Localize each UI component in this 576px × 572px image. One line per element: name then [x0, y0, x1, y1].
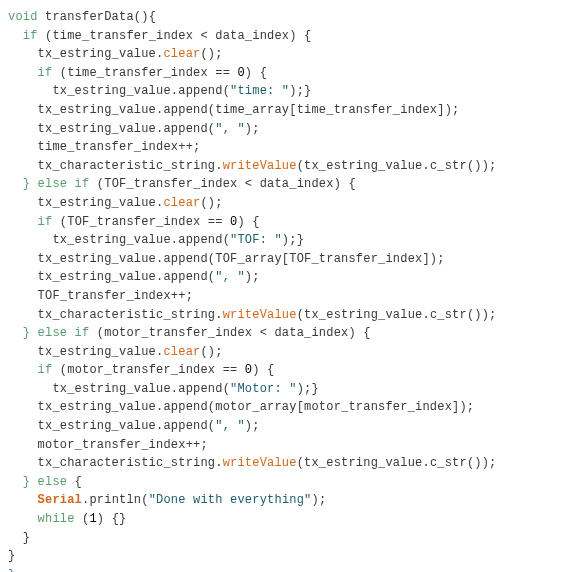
text: (TOF_transfer_index < data_index) { — [89, 177, 355, 191]
text: ) { — [237, 215, 259, 229]
text: );} — [282, 233, 304, 247]
text: (time_transfer_index == — [52, 66, 237, 80]
text: tx_estring_value.append( — [8, 419, 215, 433]
cursor-brace: } — [8, 568, 15, 572]
string-literal: "Done with everything" — [149, 493, 312, 507]
keyword-elseif: } else if — [8, 326, 89, 340]
text: (TOF_transfer_index == — [52, 215, 230, 229]
method-writeValue: writeValue — [223, 308, 297, 322]
text: tx_estring_value. — [8, 345, 163, 359]
number-literal: 0 — [237, 66, 244, 80]
string-literal: "time: " — [230, 84, 289, 98]
keyword-while: while — [8, 512, 75, 526]
text: (); — [200, 47, 222, 61]
text: TOF_transfer_index++; — [8, 289, 193, 303]
text: tx_estring_value. — [8, 196, 163, 210]
text: } — [8, 531, 30, 545]
text: ( — [75, 512, 90, 526]
method-clear: clear — [163, 196, 200, 210]
keyword-elseif: } else if — [8, 177, 89, 191]
text: tx_estring_value.append(TOF_array[TOF_tr… — [8, 252, 445, 266]
serial-object: Serial — [38, 493, 82, 507]
text: time_transfer_index++; — [8, 140, 200, 154]
text: tx_estring_value.append( — [8, 84, 230, 98]
text: (tx_estring_value.c_str()); — [297, 308, 497, 322]
keyword-if: if — [8, 363, 52, 377]
text: tx_estring_value.append( — [8, 233, 230, 247]
text: ) { — [252, 363, 274, 377]
text: ); — [245, 122, 260, 136]
method-clear: clear — [163, 345, 200, 359]
text: (); — [200, 345, 222, 359]
text: ) { — [245, 66, 267, 80]
text: tx_estring_value.append( — [8, 122, 215, 136]
string-literal: ", " — [215, 419, 245, 433]
keyword-void: void — [8, 10, 38, 24]
text: ) {} — [97, 512, 127, 526]
text: (); — [200, 196, 222, 210]
text: (tx_estring_value.c_str()); — [297, 456, 497, 470]
text: ); — [311, 493, 326, 507]
cond-text: (time_transfer_index < data_index) { — [38, 29, 312, 43]
method-writeValue: writeValue — [223, 456, 297, 470]
code-block: void transferData(){ if (time_transfer_i… — [8, 8, 568, 572]
text: ); — [245, 419, 260, 433]
number-literal: 1 — [89, 512, 96, 526]
text: tx_characteristic_string. — [8, 456, 223, 470]
text: tx_estring_value.append( — [8, 382, 230, 396]
keyword-if: if — [8, 66, 52, 80]
method-clear: clear — [163, 47, 200, 61]
text: tx_estring_value.append( — [8, 270, 215, 284]
keyword-if: if — [8, 29, 38, 43]
string-literal: ", " — [215, 270, 245, 284]
text: .println( — [82, 493, 149, 507]
string-literal: ", " — [215, 122, 245, 136]
method-writeValue: writeValue — [223, 159, 297, 173]
text: motor_transfer_index++; — [8, 438, 208, 452]
text: } — [8, 549, 15, 563]
text: (motor_transfer_index < data_index) { — [89, 326, 370, 340]
text: tx_characteristic_string. — [8, 159, 223, 173]
keyword-else: } else — [8, 475, 67, 489]
string-literal: "TOF: " — [230, 233, 282, 247]
text: (motor_transfer_index == — [52, 363, 244, 377]
text: tx_estring_value.append(motor_array[moto… — [8, 400, 474, 414]
func-name: transferData(){ — [38, 10, 156, 24]
string-literal: "Motor: " — [230, 382, 297, 396]
text: );} — [289, 84, 311, 98]
text: (tx_estring_value.c_str()); — [297, 159, 497, 173]
text: tx_characteristic_string. — [8, 308, 223, 322]
text — [8, 493, 38, 507]
text: tx_estring_value.append(time_array[time_… — [8, 103, 459, 117]
text: { — [67, 475, 82, 489]
text: );} — [297, 382, 319, 396]
keyword-if: if — [8, 215, 52, 229]
text: ); — [245, 270, 260, 284]
text: tx_estring_value. — [8, 47, 163, 61]
